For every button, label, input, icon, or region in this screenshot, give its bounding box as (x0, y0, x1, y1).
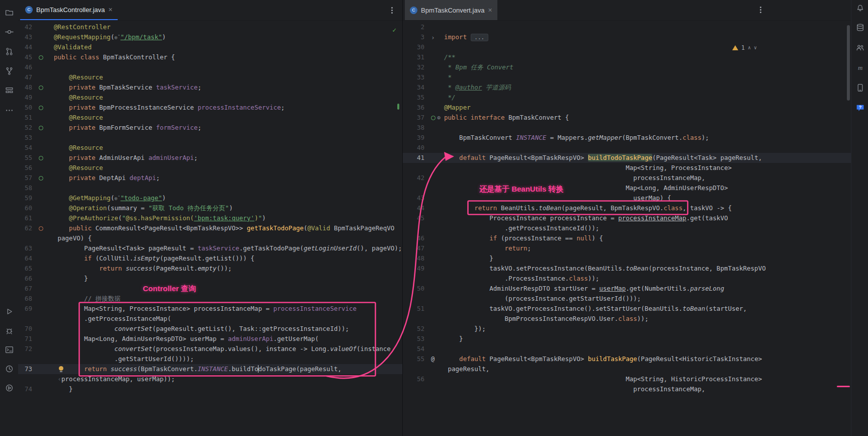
code-line[interactable]: 35 */ (403, 93, 851, 103)
line-number[interactable]: 57 (18, 173, 35, 183)
code-line[interactable]: 44 return BeanUtils.toBean(pageResult, B… (403, 203, 851, 213)
code-line[interactable]: 41 default PageResult<BpmTaskRespVO> bui… (403, 153, 851, 163)
code-line[interactable]: 57 private DeptApi deptApi; (18, 173, 402, 183)
code-line[interactable]: 38 (403, 123, 851, 133)
tab-bpmtaskcontroller[interactable]: C BpmTaskController.java (20, 0, 118, 20)
line-number[interactable]: 45 (18, 52, 35, 62)
line-number[interactable]: 46 (403, 233, 427, 243)
help-icon[interactable]: ? (855, 103, 865, 113)
intention-bulb-icon[interactable] (59, 366, 63, 371)
code-line[interactable]: 52 private BpmFormService formService; (18, 123, 402, 133)
line-number[interactable]: 46 (18, 62, 35, 72)
line-number[interactable]: 52 (403, 324, 427, 334)
line-number[interactable]: 70 (18, 324, 35, 334)
tab-options-icon[interactable] (757, 6, 764, 13)
spring-bean-gutter-icon[interactable] (35, 153, 54, 163)
line-number[interactable]: 40 (403, 143, 427, 153)
line-number[interactable]: 54 (403, 344, 427, 354)
line-number[interactable]: 36 (403, 103, 427, 113)
code-line[interactable]: 54 (403, 344, 851, 354)
line-number[interactable]: 44 (403, 203, 427, 213)
project-icon[interactable] (4, 7, 14, 17)
line-number[interactable]: 73 (18, 364, 35, 374)
history-icon[interactable] (4, 364, 14, 374)
line-number[interactable]: 34 (403, 82, 427, 93)
code-line[interactable]: 34 * @author 芋道源码 (403, 82, 851, 93)
code-line[interactable]: 46 (18, 62, 402, 72)
code-line[interactable]: 73 return success(BpmTaskConvert.INSTANC… (18, 364, 402, 374)
mapstruct-gutter-icon[interactable]: ⊕ (427, 113, 444, 123)
spring-bean-gutter-icon[interactable] (35, 52, 54, 62)
code-line[interactable]: 63 PageResult<Task> pageResult = taskSer… (18, 243, 402, 253)
line-number[interactable] (403, 223, 427, 233)
tab-options-icon[interactable] (388, 7, 395, 14)
code-line[interactable]: 3›import ... (403, 32, 851, 42)
code-line[interactable]: 2 (403, 22, 851, 32)
code-line[interactable]: 46 if (processInstance == null) { (403, 233, 851, 243)
line-number[interactable]: 61 (18, 213, 35, 223)
structure-icon[interactable] (4, 85, 14, 96)
database-icon[interactable] (855, 22, 865, 32)
editor-right[interactable]: 1 ∧ ∨ 23›import ... 3031/**32 * Bpm 任务 C… (403, 20, 851, 436)
code-line[interactable]: 48 } (403, 253, 851, 264)
line-number[interactable]: 51 (403, 304, 427, 314)
code-line[interactable]: pageResult, (403, 364, 851, 374)
terminal-icon[interactable] (4, 344, 14, 355)
code-line[interactable]: 33 * (403, 72, 851, 82)
line-number[interactable]: 65 (18, 264, 35, 274)
commit-icon[interactable] (4, 27, 14, 37)
line-number[interactable]: 3 (403, 32, 427, 42)
code-line[interactable]: BpmProcessInstanceRespVO.User.class)); (403, 314, 851, 324)
code-line[interactable]: 56 Map<String, HistoricProcessInstance> (403, 374, 851, 384)
code-line[interactable]: 32 * Bpm 任务 Convert (403, 62, 851, 72)
code-line[interactable]: 69 Map<String, ProcessInstance> processI… (18, 304, 402, 314)
code-line[interactable]: Map<String, ProcessInstance> (403, 163, 851, 173)
code-line[interactable]: 49 taskVO.setProcessInstance(BeanUtils.t… (403, 264, 851, 274)
code-line[interactable]: 48 private BpmTaskService taskService; (18, 82, 402, 93)
line-number[interactable]: 32 (403, 62, 427, 72)
line-number[interactable]: 42 (18, 22, 35, 32)
line-number[interactable]: 72 (18, 344, 35, 354)
code-line[interactable]: 44@Validated (18, 42, 402, 52)
spring-bean-gutter-icon[interactable] (35, 123, 54, 133)
code-line[interactable]: processInstanceMap, (403, 384, 851, 394)
spring-bean-gutter-icon[interactable] (35, 103, 54, 113)
code-line[interactable]: 71 Map<Long, AdminUserRespDTO> userMap =… (18, 334, 402, 344)
line-number[interactable] (403, 294, 427, 304)
line-number[interactable]: 67 (18, 284, 35, 294)
line-number[interactable]: 50 (403, 284, 427, 294)
line-number[interactable]: 52 (18, 123, 35, 133)
line-number[interactable]: 60 (18, 203, 35, 213)
spring-bean-gutter-icon[interactable] (35, 82, 54, 93)
line-number[interactable]: 2 (403, 22, 427, 32)
line-number[interactable]: 59 (18, 193, 35, 203)
line-number[interactable]: 55 (18, 153, 35, 163)
line-number[interactable]: 55 (403, 354, 427, 364)
line-number[interactable]: 33 (403, 72, 427, 82)
line-number[interactable] (403, 364, 427, 374)
line-number[interactable] (18, 233, 35, 243)
endpoint-gutter-icon[interactable] (35, 223, 54, 233)
line-number[interactable]: 56 (403, 374, 427, 384)
code-line[interactable]: 45 ProcessInstance processInstance = pro… (403, 213, 851, 223)
line-number[interactable]: 58 (18, 183, 35, 193)
code-line[interactable]: .getStartUserId()))); (18, 354, 402, 364)
tab-close-icon[interactable] (488, 7, 492, 14)
line-number[interactable]: 54 (18, 143, 35, 153)
line-number[interactable]: 45 (403, 213, 427, 223)
code-line[interactable]: 70 convertSet(pageResult.getList(), Task… (18, 324, 402, 334)
line-number[interactable]: 47 (18, 72, 35, 82)
line-number[interactable]: 42 (403, 173, 427, 183)
line-number[interactable]: 53 (403, 334, 427, 344)
code-line[interactable]: 58 (18, 183, 402, 193)
code-line[interactable]: 66 } (18, 274, 402, 284)
line-number[interactable] (18, 354, 35, 364)
code-line[interactable]: 59 @GetMapping(⊕ˇ"todo-page") (18, 193, 402, 203)
line-number[interactable]: 63 (18, 243, 35, 253)
maven-icon[interactable]: m (855, 62, 865, 72)
services-icon[interactable] (4, 383, 14, 393)
code-line[interactable]: .ProcessInstance.class)); (403, 274, 851, 284)
code-line[interactable]: ‹processInstanceMap, userMap)); (18, 374, 402, 384)
code-line[interactable]: 65 return success(PageResult.empty()); (18, 264, 402, 274)
line-number[interactable] (18, 314, 35, 324)
